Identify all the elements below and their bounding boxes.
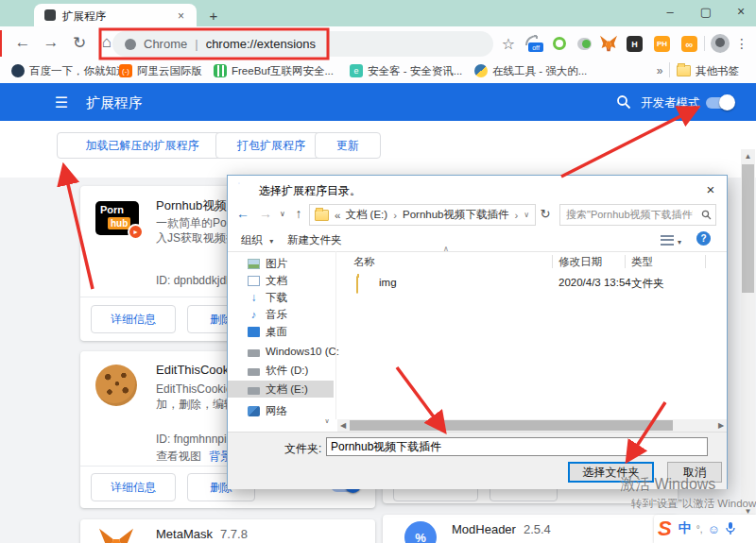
tab-title: 扩展程序 xyxy=(62,9,106,24)
column-header-date[interactable]: 修改日期 xyxy=(558,253,602,270)
sidebar-label: 文档 (E:) xyxy=(266,382,308,397)
avatar[interactable] xyxy=(711,34,730,53)
nav-back-icon[interactable]: ← xyxy=(233,204,252,223)
drive-icon xyxy=(248,349,260,357)
select-directory-dialog: 选择扩展程序目录。 × ← → ∨ ↑ « 文档 (E:) › Pornhub视… xyxy=(227,175,728,489)
column-header-type[interactable]: 类型 xyxy=(631,253,653,270)
sidebar-item-drive-e-selected[interactable]: 文档 (E:) xyxy=(228,381,334,398)
new-folder-button[interactable]: 新建文件夹 xyxy=(287,233,342,247)
dialog-search-box[interactable]: 搜索"Pornhub视频下载插件" xyxy=(559,204,716,226)
help-icon[interactable]: ? xyxy=(696,231,711,246)
nav-up-icon[interactable]: ↑ xyxy=(290,204,307,223)
breadcrumb-bar[interactable]: « 文档 (E:) › Pornhub视频下载插件 › ∨ xyxy=(309,204,536,226)
bookmark-tools[interactable]: 在线工具 - 强大的... xyxy=(474,62,587,79)
scroll-up-icon[interactable]: ▲ xyxy=(741,149,755,162)
pill-extension-icon[interactable] xyxy=(577,38,592,50)
sidebar-item-drive-d[interactable]: 软件 (D:) xyxy=(228,362,334,379)
ring-extension-icon[interactable] xyxy=(553,37,566,50)
column-divider xyxy=(552,255,553,268)
sidebar-item-downloads[interactable]: ↓ 下载 xyxy=(228,289,334,306)
sidebar-scroll-down-icon[interactable]: ∨ xyxy=(320,416,334,426)
refresh-icon[interactable]: ↻ xyxy=(537,204,554,224)
sidebar-item-documents[interactable]: 文档 xyxy=(228,272,334,289)
back-icon[interactable]: ← xyxy=(11,31,34,54)
sidebar-item-pictures[interactable]: 图片 xyxy=(228,255,334,272)
update-button[interactable]: 更新 xyxy=(315,132,381,159)
organize-menu[interactable]: 组织 ▾ xyxy=(241,233,273,247)
aliyun-icon: (-) xyxy=(119,64,132,77)
file-name: img xyxy=(379,277,397,288)
browser-menu-icon[interactable]: ⋮ xyxy=(734,34,749,53)
address-bar[interactable]: Chrome | chrome://extensions xyxy=(112,31,493,57)
name-text: ModHeader xyxy=(452,522,516,536)
search-placeholder: 搜索"Pornhub视频下载插件" xyxy=(566,208,693,222)
view-caret-icon[interactable]: ▾ xyxy=(678,238,681,246)
column-divider xyxy=(705,255,706,268)
dialog-title: 选择扩展程序目录。 xyxy=(259,183,361,199)
ime-punctuation[interactable]: °, xyxy=(696,524,703,535)
sidebar-item-network[interactable]: 网络 xyxy=(228,402,334,419)
page-scrollbar[interactable]: ▲ ▼ xyxy=(741,149,755,518)
infinity-extension-icon[interactable]: ∞ xyxy=(681,36,697,52)
folder-icon xyxy=(315,210,329,221)
modheader-icon: % xyxy=(404,521,437,543)
folder-name-input[interactable] xyxy=(326,437,708,456)
h-extension-icon[interactable]: H xyxy=(627,36,643,52)
nav-history-caret-icon[interactable]: ∨ xyxy=(277,207,288,220)
scroll-right-icon[interactable]: ▶ xyxy=(715,419,727,432)
details-button[interactable]: 详细信息 xyxy=(91,473,176,501)
dev-mode-label: 开发者模式 xyxy=(641,95,700,111)
ime-language-chinese[interactable]: 中 xyxy=(679,520,692,537)
cookie-icon xyxy=(95,365,137,406)
screenshot-root: 扩展程序 × + – ▢ × ← → ↻ ⌂ Chrome | chrome:/… xyxy=(0,0,756,543)
scrollbar-thumb[interactable] xyxy=(742,164,754,293)
bookmarks-divider xyxy=(669,62,670,77)
metamask-extension-icon[interactable] xyxy=(599,35,618,52)
bookmark-freebuf[interactable]: FreeBuf互联网安全... xyxy=(214,62,334,79)
sidebar-item-desktop[interactable]: 桌面 xyxy=(228,323,334,340)
browser-tab-extensions[interactable]: 扩展程序 × xyxy=(34,4,197,26)
window-minimize-button[interactable]: – xyxy=(657,2,683,21)
search-icon[interactable] xyxy=(616,94,631,110)
forward-icon[interactable]: → xyxy=(40,31,62,54)
breadcrumb-caret-icon[interactable]: ∨ xyxy=(524,211,529,219)
view-mode-icon[interactable] xyxy=(661,235,674,246)
scrollbar-thumb[interactable] xyxy=(350,420,673,431)
nav-forward-icon[interactable]: → xyxy=(256,204,275,223)
bookmark-label: 百度一下，你就知道 xyxy=(29,64,128,78)
dialog-close-icon[interactable]: × xyxy=(698,178,723,199)
details-button[interactable]: 详细信息 xyxy=(91,305,176,333)
window-close-button[interactable]: × xyxy=(728,2,754,21)
load-unpacked-button[interactable]: 加载已解压的扩展程序 xyxy=(57,132,228,159)
ime-emoji-icon[interactable]: ☺ xyxy=(707,522,719,536)
file-row-img[interactable]: img 2020/4/3 13:54 文件夹 xyxy=(341,274,719,293)
bookmark-star-icon[interactable]: ☆ xyxy=(498,33,519,54)
new-tab-button[interactable]: + xyxy=(204,6,223,25)
tab-close-icon[interactable]: × xyxy=(174,8,188,23)
column-header-name[interactable]: 名称 xyxy=(353,253,375,270)
crumb-drive[interactable]: 文档 (E:) xyxy=(345,208,387,222)
scroll-left-icon[interactable]: ◀ xyxy=(337,419,349,432)
bookmark-aliyun[interactable]: (-) 阿里云国际版 xyxy=(119,62,202,79)
bookmarks-overflow-icon[interactable]: » xyxy=(652,62,667,79)
ime-mic-icon[interactable] xyxy=(726,522,735,535)
reload-icon[interactable]: ↻ xyxy=(68,31,91,54)
site-info-icon[interactable] xyxy=(125,39,136,50)
bookmark-baidu[interactable]: 百度一下，你就知道 xyxy=(11,62,128,79)
other-bookmarks-folder[interactable]: 其他书签 xyxy=(677,62,739,79)
pack-extension-button[interactable]: 打包扩展程序 xyxy=(215,132,327,159)
crumb-folder[interactable]: Pornhub视频下载插件 xyxy=(403,208,508,222)
extension-name: ModHeader2.5.4 xyxy=(452,522,551,536)
list-horizontal-scrollbar[interactable]: ◀ ▶ xyxy=(337,419,727,432)
proxy-extension-icon[interactable]: off xyxy=(524,34,544,55)
ime-bar[interactable]: S 中 °, ☺ xyxy=(654,515,756,543)
window-maximize-button[interactable]: ▢ xyxy=(693,2,719,21)
sogou-icon[interactable]: S xyxy=(658,517,672,541)
ph-extension-icon[interactable]: PH xyxy=(654,36,670,52)
search-magnifier-icon[interactable] xyxy=(701,207,712,224)
bookmark-anquanke[interactable]: e 安全客 - 安全资讯... xyxy=(350,62,462,79)
sidebar-item-drive-c[interactable]: Windows10 (C: xyxy=(228,343,334,360)
sidebar-item-music[interactable]: ♪ 音乐 xyxy=(228,306,334,323)
sidebar-label: 图片 xyxy=(266,257,287,271)
hamburger-menu-icon[interactable]: ☰ xyxy=(52,93,71,111)
